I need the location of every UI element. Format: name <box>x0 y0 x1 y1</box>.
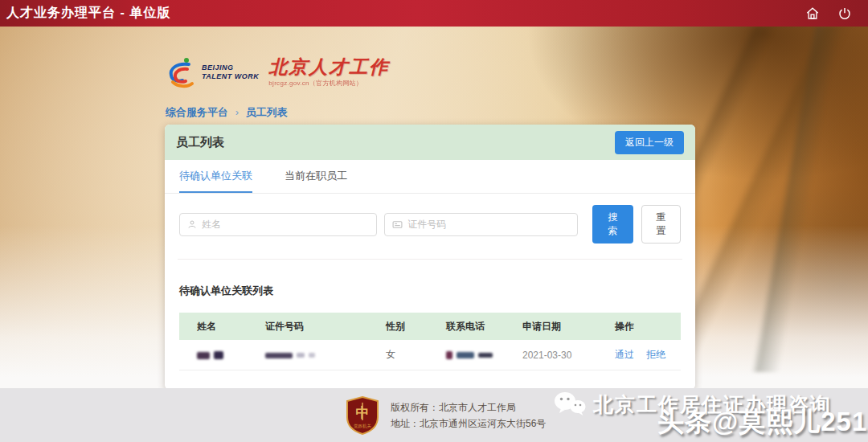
column-header-actions: 操作 <box>612 320 681 334</box>
cell-phone-redacted <box>443 350 519 361</box>
id-card-icon <box>392 219 403 230</box>
name-field[interactable] <box>179 213 377 236</box>
breadcrumb-separator: › <box>235 106 239 118</box>
brand-english-text: BEIJING TALENT WORK <box>202 63 259 81</box>
badge-label: 党政机关 <box>354 424 372 429</box>
list-section-title: 待确认单位关联列表 <box>179 284 681 298</box>
table-row: 女 2021-03-30 通过 拒绝 <box>179 340 681 370</box>
id-number-input[interactable] <box>407 219 570 230</box>
column-header-date: 申请日期 <box>519 320 612 334</box>
talent-work-logo-icon <box>165 56 200 92</box>
column-header-gender: 性别 <box>383 320 443 334</box>
cell-id-redacted <box>262 350 383 361</box>
page-title: 员工列表 <box>176 135 224 150</box>
breadcrumb: 综合服务平台 › 员工列表 <box>166 105 288 120</box>
back-button[interactable]: 返回上一级 <box>615 131 684 154</box>
tab-bar: 待确认单位关联 当前在职员工 <box>165 160 695 194</box>
employee-list-card: 员工列表 返回上一级 待确认单位关联 当前在职员工 <box>165 125 695 390</box>
cell-actions: 通过 拒绝 <box>612 348 681 362</box>
app-title: 人才业务办理平台 - 单位版 <box>0 5 170 22</box>
brand-url-text: bjrcgz.gov.cn（官方机构网站） <box>268 79 389 88</box>
table-header-row: 姓名 证件号码 性别 联系电话 申请日期 操作 <box>179 313 681 340</box>
search-button[interactable]: 搜索 <box>592 205 633 244</box>
footer-text: 版权所有：北京市人才工作局 地址：北京市通州区运河东大街56号 <box>391 399 546 432</box>
copyright-line: 版权所有：北京市人才工作局 <box>391 399 546 415</box>
topbar: 人才业务办理平台 - 单位版 <box>0 0 868 27</box>
name-input[interactable] <box>202 219 369 230</box>
card-header: 员工列表 返回上一级 <box>165 125 695 160</box>
government-badge-icon: 中 党政机关 <box>346 396 379 435</box>
tab-pending-association[interactable]: 待确认单位关联 <box>179 160 252 193</box>
breadcrumb-home-link[interactable]: 综合服务平台 <box>166 106 228 118</box>
reset-button[interactable]: 重置 <box>641 205 681 244</box>
reject-link[interactable]: 拒绝 <box>646 349 665 360</box>
pending-association-table: 姓名 证件号码 性别 联系电话 申请日期 操作 女 <box>179 313 681 370</box>
cell-gender: 女 <box>383 348 443 362</box>
column-header-phone: 联系电话 <box>443 320 519 334</box>
cell-apply-date: 2021-03-30 <box>519 350 612 361</box>
brand-chinese-name: 北京人才工作 <box>268 56 389 77</box>
tab-current-employees[interactable]: 当前在职员工 <box>285 160 347 193</box>
breadcrumb-current: 员工列表 <box>246 106 288 118</box>
power-icon[interactable] <box>837 6 852 21</box>
page: 人才业务办理平台 - 单位版 BEIJING TALENT WORK 北京人才工… <box>0 0 868 442</box>
search-bar: 搜索 重置 <box>165 194 695 254</box>
site-logo: BEIJING TALENT WORK 北京人才工作 bjrcgz.gov.cn… <box>165 56 389 92</box>
id-number-field[interactable] <box>384 213 578 236</box>
address-line: 地址：北京市通州区运河东大街56号 <box>391 415 546 432</box>
column-header-id: 证件号码 <box>262 320 383 334</box>
watermark-author: 头条@莫熙儿2518 <box>657 404 868 440</box>
wechat-icon <box>553 391 587 418</box>
home-icon[interactable] <box>805 6 820 21</box>
section-divider <box>178 259 682 260</box>
column-header-name: 姓名 <box>179 320 262 334</box>
cell-name-redacted <box>179 350 262 361</box>
user-icon <box>187 219 197 229</box>
approve-link[interactable]: 通过 <box>615 349 634 360</box>
